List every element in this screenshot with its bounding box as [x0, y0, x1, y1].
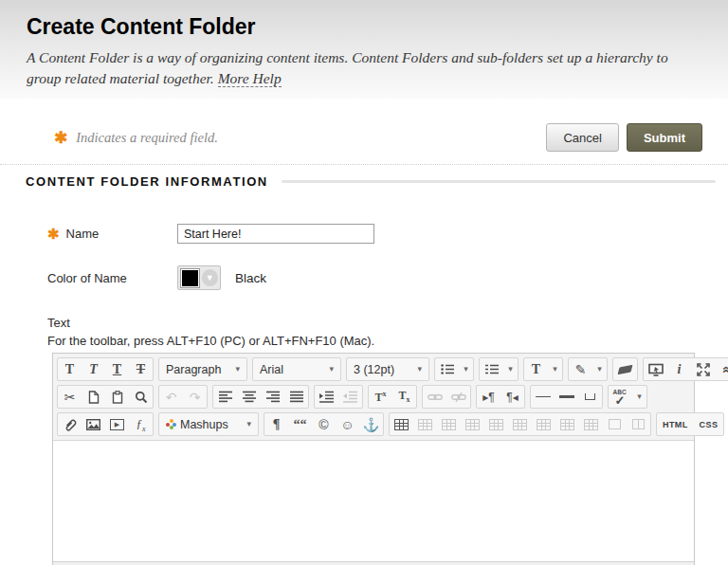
special-characters-button[interactable]: © [312, 413, 336, 435]
superscript-icon: Tx [374, 390, 386, 405]
spellcheck-menu-button[interactable]: ▾ [632, 386, 646, 408]
description-text: A Content Folder is a way of organizing … [27, 49, 668, 86]
show-paragraph-marks-button[interactable]: ¶ [264, 413, 288, 435]
html-source-button[interactable]: HTML [657, 413, 694, 435]
collapse-toolbar-button[interactable]: « [715, 358, 728, 380]
preview-button[interactable] [644, 358, 667, 380]
insert-link-button [423, 386, 446, 408]
split-cells-button [579, 413, 603, 435]
accessibility-info-button[interactable]: i [667, 358, 691, 380]
more-help-link[interactable]: More Help [218, 70, 282, 87]
text-color-button[interactable]: T [524, 358, 548, 380]
thick-horizontal-rule-button[interactable] [555, 386, 578, 408]
required-field-note: ✱ Indicates a required field. [54, 130, 218, 146]
font-family-dropdown[interactable]: Arial ▾ [253, 358, 340, 380]
merge-cells-button [555, 413, 579, 435]
insert-row-above-button [461, 413, 484, 435]
italic-icon: T [89, 363, 98, 376]
undo-redo-group: ↶ ↷ [158, 385, 208, 409]
action-buttons: Cancel Submit [546, 123, 702, 152]
math-editor-button[interactable]: ƒx [129, 413, 153, 435]
cancel-button[interactable]: Cancel [546, 123, 618, 152]
superscript-button[interactable]: Tx [369, 386, 392, 408]
bullet-list-button[interactable] [435, 358, 459, 380]
align-center-button[interactable] [237, 386, 261, 408]
paste-button[interactable] [105, 386, 129, 408]
insert-image-button[interactable] [82, 413, 105, 435]
subscript-button[interactable]: Tx [392, 386, 416, 408]
numbered-list-button[interactable] [480, 358, 503, 380]
source-code-group: HTML CSS [656, 412, 724, 436]
align-center-icon [243, 391, 256, 403]
action-bar-divider [0, 164, 728, 165]
name-input[interactable] [177, 224, 374, 244]
document-icon [88, 391, 100, 404]
insert-video-button[interactable]: ▶ [105, 413, 129, 435]
color-field-row: Color of Name ▼ Black [47, 265, 728, 290]
align-right-button[interactable] [261, 386, 284, 408]
strikethrough-button[interactable]: T [129, 358, 153, 380]
horizontal-line-button[interactable] [531, 386, 555, 408]
nonbreaking-space-button[interactable] [578, 386, 602, 408]
bold-icon: T [65, 363, 74, 376]
insert-media-group: ▶ ƒx [57, 412, 154, 436]
paperclip-icon [64, 418, 77, 431]
selected-color-name: Black [235, 271, 266, 285]
emoticon-button[interactable]: ☺ [336, 413, 359, 435]
text-color-group: T ▾ [523, 357, 563, 381]
thick-line-icon [559, 395, 574, 398]
fullscreen-button[interactable] [691, 358, 715, 380]
highlight-button[interactable]: ✎ [569, 358, 592, 380]
spellcheck-button[interactable]: ABC ✓ [609, 386, 632, 408]
color-picker-button[interactable]: ▼ [177, 265, 221, 290]
bullet-list-menu-button[interactable]: ▾ [459, 358, 473, 380]
table-insert-row-above-icon [465, 419, 480, 430]
script-group: Tx Tx [368, 385, 417, 409]
table-insert-column-icon [513, 419, 527, 430]
insert-table-button[interactable] [390, 413, 413, 435]
alignment-group [212, 385, 309, 409]
formula-icon: ƒx [136, 416, 145, 433]
align-justify-button[interactable] [284, 386, 308, 408]
info-icon: i [678, 363, 682, 376]
left-to-right-button[interactable]: ▸¶ [477, 386, 500, 408]
name-label-text: Name [66, 227, 100, 241]
find-button[interactable] [129, 386, 153, 408]
page-title: Create Content Folder [27, 14, 703, 40]
numbered-list-menu-button[interactable]: ▾ [503, 358, 518, 380]
cut-button[interactable]: ✂ [58, 386, 82, 408]
submit-button[interactable]: Submit [627, 123, 702, 152]
copy-button[interactable] [82, 386, 105, 408]
align-left-button[interactable] [213, 386, 237, 408]
font-family-group: Arial ▾ [252, 357, 341, 381]
direction-group: ▸¶ ¶◂ [476, 385, 525, 409]
paragraph-style-dropdown[interactable]: Paragraph ▾ [159, 358, 246, 380]
table-merge-cells-icon [560, 419, 574, 430]
text-color-menu-button[interactable]: ▾ [548, 358, 562, 380]
undo-icon: ↶ [166, 391, 177, 404]
attach-file-button[interactable] [58, 413, 82, 435]
css-source-button[interactable]: CSS [694, 413, 724, 435]
mashups-dropdown[interactable]: Mashups ▾ [159, 413, 258, 435]
editor-content-area[interactable] [53, 440, 694, 561]
blockquote-button[interactable]: ““ [288, 413, 312, 435]
highlight-menu-button[interactable]: ▾ [592, 358, 607, 380]
rich-text-editor: T T T T Paragraph ▾ Arial ▾ 3 (12pt) [52, 353, 695, 565]
search-icon [135, 391, 148, 404]
indent-button[interactable] [315, 386, 338, 408]
clipboard-group: ✂ [57, 385, 154, 409]
right-to-left-button[interactable]: ¶◂ [500, 386, 524, 408]
font-size-dropdown[interactable]: 3 (12pt) ▾ [347, 358, 428, 380]
remove-formatting-button[interactable] [613, 358, 637, 380]
strikethrough-icon: T [136, 363, 145, 376]
underline-button[interactable]: T [105, 358, 129, 380]
bold-button[interactable]: T [58, 358, 82, 380]
redo-button: ↷ [183, 386, 207, 408]
editor-toolbar: T T T T Paragraph ▾ Arial ▾ 3 (12pt) [53, 354, 694, 440]
anchor-button[interactable]: ⚓ [359, 413, 383, 435]
ltr-icon: ▸¶ [482, 392, 494, 403]
required-note-text: Indicates a required field. [76, 130, 218, 146]
bullet-list-icon [441, 363, 454, 375]
italic-button[interactable]: T [82, 358, 105, 380]
table-insert-row-below-icon [489, 419, 503, 430]
